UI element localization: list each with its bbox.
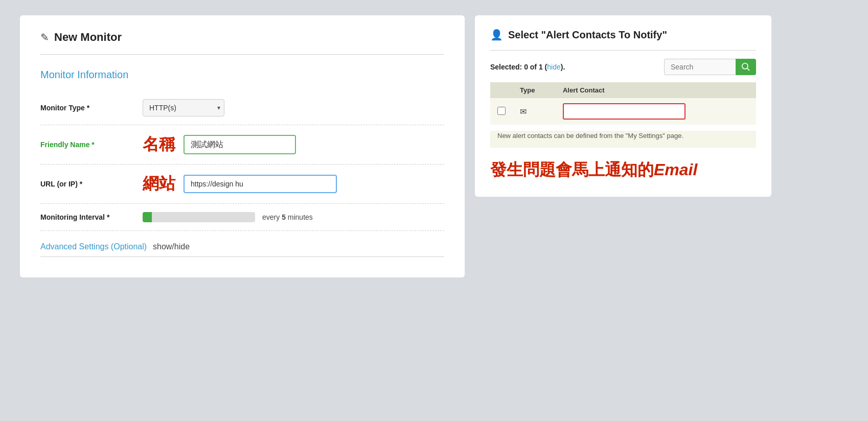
search-area [664,59,756,75]
selected-count-text: Selected: 0 of 1 ( [490,63,547,71]
slider-fill [143,212,152,222]
panel-header: ✎ New Monitor [40,31,444,55]
friendly-name-control: 名稱 [143,133,444,156]
interval-control: every 5 minutes [143,212,444,222]
advanced-settings-row: Advanced Settings (Optional) show/hide [40,231,444,257]
url-label: URL (or IP) * [40,180,132,188]
hide-link[interactable]: hide [547,63,560,71]
col-type-header: Type [513,82,556,98]
annotation-text: 發生問題會馬上通知的Email [490,159,697,181]
interval-text: every 5 minutes [262,213,313,221]
advanced-show-hide[interactable]: show/hide [153,242,190,251]
contact-type-cell: ✉ [513,98,556,125]
col-contact-header: Alert Contact [556,82,756,98]
right-panel-header: 👤 Select "Alert Contacts To Notify" [490,29,756,51]
page-wrapper: ✎ New Monitor Monitor Information Monito… [20,15,848,277]
contact-checkbox[interactable] [497,107,506,115]
contact-email-cell[interactable] [556,98,756,125]
col-checkbox [490,82,513,98]
url-cn-label: 網站 [143,173,175,195]
selected-end-text: ). [561,63,565,71]
friendly-name-cn-label: 名稱 [143,133,175,156]
section-title: Monitor Information [40,67,444,81]
contact-checkbox-cell[interactable] [490,98,513,125]
url-input[interactable] [184,175,337,193]
panel-title: New Monitor [54,31,122,44]
contacts-icon: 👤 [490,29,503,41]
left-panel: ✎ New Monitor Monitor Information Monito… [20,15,465,277]
monitor-type-row: Monitor Type * HTTP(s) HTTPS Ping Port K… [40,91,444,125]
right-panel: 👤 Select "Alert Contacts To Notify" Sele… [475,15,771,197]
advanced-settings-link[interactable]: Advanced Settings (Optional) [40,242,147,251]
contacts-note: New alert contacts can be defined from t… [490,131,756,148]
monitor-type-control: HTTP(s) HTTPS Ping Port Keyword ▾ [143,99,444,116]
monitor-type-select-wrapper[interactable]: HTTP(s) HTTPS Ping Port Keyword ▾ [143,99,224,116]
monitor-type-label: Monitor Type * [40,104,132,112]
search-icon [742,63,750,71]
monitor-type-select[interactable]: HTTP(s) HTTPS Ping Port Keyword [143,99,224,116]
interval-label: Monitoring Interval * [40,213,132,221]
slider-track[interactable] [143,212,255,222]
url-row: URL (or IP) * 網站 [40,165,444,204]
edit-icon: ✎ [40,31,49,43]
table-header: Type Alert Contact [490,82,756,98]
contacts-table: Type Alert Contact ✉ [490,82,756,125]
annotation-row: 發生問題會馬上通知的Email [490,148,756,181]
email-icon: ✉ [520,107,527,116]
friendly-name-row: Friendly Name * 名稱 [40,125,444,165]
table-row: ✉ [490,98,756,125]
annotation-italic: Email [654,160,697,179]
slider-container: every 5 minutes [143,212,313,222]
right-panel-title: Select "Alert Contacts To Notify" [508,29,667,41]
friendly-name-label: Friendly Name * [40,141,132,149]
annotation-cn: 發生問題會馬上通知的 [490,160,654,179]
friendly-name-input[interactable] [184,135,296,154]
contact-email-input[interactable] [563,103,686,120]
search-button[interactable] [736,59,756,75]
contacts-selected-text: Selected: 0 of 1 (hide). [490,63,565,71]
search-input[interactable] [664,59,736,75]
contacts-info-bar: Selected: 0 of 1 (hide). [490,59,756,75]
url-control: 網站 [143,173,444,195]
interval-row: Monitoring Interval * every 5 minutes [40,204,444,231]
